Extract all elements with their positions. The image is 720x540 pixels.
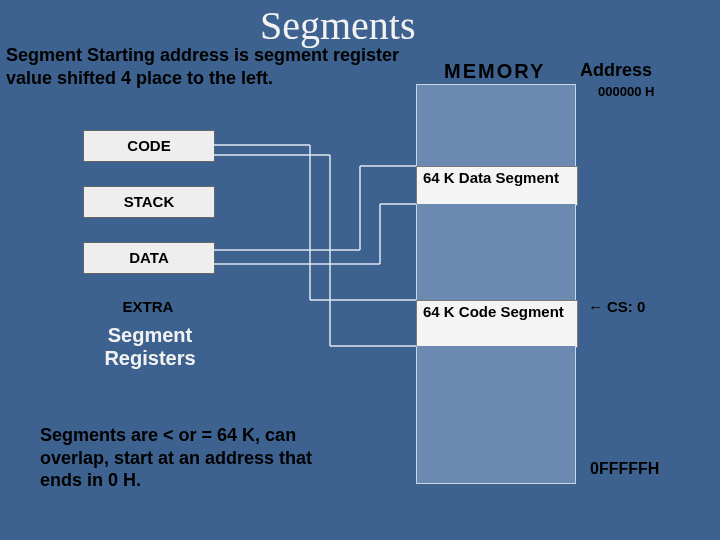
register-stack: STACK (83, 186, 215, 218)
memory-data-segment: 64 K Data Segment (416, 166, 578, 206)
cs-label: CS: 0 (607, 298, 645, 315)
code-segment-label: 64 K Code Segment (417, 301, 577, 324)
data-segment-label: 64 K Data Segment (417, 167, 577, 190)
memory-gap-top (416, 84, 576, 166)
memory-gap-mid (416, 204, 576, 300)
register-data: DATA (83, 242, 215, 274)
register-extra: EXTRA (83, 292, 213, 322)
segment-registers-caption: Segment Registers (80, 324, 220, 370)
footnote-text: Segments are < or = 64 K, can overlap, s… (40, 424, 350, 492)
register-code: CODE (83, 130, 215, 162)
memory-heading: MEMORY (444, 60, 545, 83)
address-top-value: 000000 H (598, 84, 654, 99)
memory-gap-low (416, 346, 576, 484)
memory-column: 64 K Data Segment 64 K Code Segment (416, 84, 576, 484)
address-heading: Address (580, 60, 652, 81)
page-title: Segments (260, 2, 416, 49)
address-cs-value: ←CS: 0 (588, 298, 645, 315)
address-bottom-value: 0FFFFFH (590, 460, 659, 478)
memory-code-segment: 64 K Code Segment (416, 300, 578, 348)
arrow-left-icon: ← (588, 298, 603, 315)
subtitle-text: Segment Starting address is segment regi… (6, 44, 406, 89)
